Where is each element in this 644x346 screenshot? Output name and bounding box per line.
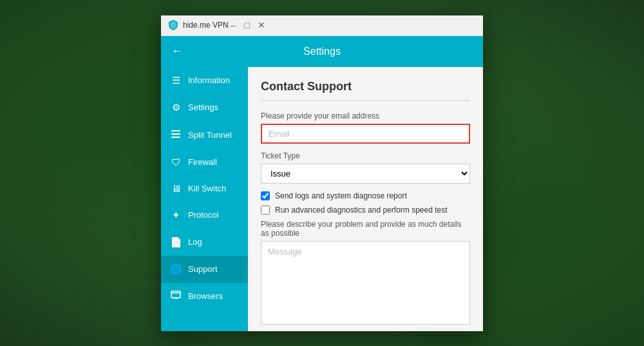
sidebar-item-label: Settings — [188, 102, 218, 112]
run-diagnostics-label: Run advanced diagnostics and perform spe… — [275, 206, 448, 215]
title-bar: hide.me VPN – □ ✕ — [161, 15, 483, 36]
page-title: Contact Support — [261, 80, 470, 101]
run-diagnostics-row: Run advanced diagnostics and perform spe… — [261, 206, 470, 215]
browsers-icon — [170, 291, 182, 302]
sidebar-item-label: Protocol — [188, 210, 219, 220]
app-title: hide.me VPN — [183, 21, 229, 30]
back-button[interactable]: ← — [171, 44, 183, 58]
send-logs-checkbox[interactable] — [261, 191, 270, 200]
support-icon: 🌐 — [170, 264, 182, 275]
sidebar-item-support[interactable]: 🌐 Support — [161, 256, 248, 283]
maximize-button[interactable]: □ — [243, 21, 252, 30]
sidebar-item-log[interactable]: 📄 Log — [161, 229, 248, 256]
sidebar-item-settings[interactable]: ⚙ Settings — [161, 94, 248, 121]
run-diagnostics-checkbox[interactable] — [261, 206, 270, 215]
app-body: ☰ Information ⚙ Settings Split Tunnel � — [161, 67, 483, 331]
sidebar: ☰ Information ⚙ Settings Split Tunnel � — [161, 67, 248, 331]
information-icon: ☰ — [170, 75, 182, 86]
send-logs-label: Send logs and system diagnose report — [275, 191, 407, 200]
svg-rect-2 — [171, 137, 180, 138]
sidebar-item-browsers[interactable]: Browsers — [161, 283, 248, 309]
sidebar-item-label: Split Tunnel — [188, 130, 232, 140]
sidebar-item-label: Firewall — [188, 157, 217, 167]
ticket-type-label: Ticket Type — [261, 151, 470, 160]
kill-switch-icon: 🖥 — [170, 183, 182, 194]
sidebar-item-kill-switch[interactable]: 🖥 Kill Switch — [161, 175, 248, 202]
title-bar-logo: hide.me VPN — [167, 19, 229, 31]
send-logs-row: Send logs and system diagnose report — [261, 191, 470, 200]
main-content: Contact Support Please provide your emai… — [248, 67, 483, 331]
title-bar-controls: – □ ✕ — [229, 21, 266, 30]
settings-icon: ⚙ — [170, 102, 182, 113]
minimize-button[interactable]: – — [229, 21, 238, 30]
message-textarea[interactable] — [261, 241, 470, 325]
sidebar-item-label: Kill Switch — [188, 184, 226, 193]
ticket-type-select[interactable]: Issue Question Feature Request — [261, 164, 470, 184]
sidebar-item-label: Log — [188, 237, 202, 247]
protocol-icon: ✦ — [170, 209, 182, 221]
email-input[interactable] — [261, 124, 470, 144]
header-title: Settings — [191, 46, 453, 57]
sidebar-item-information[interactable]: ☰ Information — [161, 67, 248, 94]
close-button[interactable]: ✕ — [257, 21, 266, 30]
sidebar-item-protocol[interactable]: ✦ Protocol — [161, 202, 248, 229]
svg-rect-1 — [171, 133, 180, 135]
split-tunnel-icon — [170, 129, 182, 141]
email-label: Please provide your email address — [261, 111, 470, 120]
svg-rect-4 — [171, 293, 180, 294]
svg-rect-0 — [171, 130, 180, 131]
app-window: hide.me VPN – □ ✕ ← Settings ☰ Informati… — [161, 15, 483, 331]
sidebar-item-label: Browsers — [188, 291, 223, 301]
logo-icon — [167, 19, 179, 31]
sidebar-item-label: Information — [188, 75, 230, 85]
firewall-icon: 🛡 — [170, 157, 182, 168]
sidebar-item-label: Support — [188, 264, 218, 274]
app-header: ← Settings — [161, 36, 483, 67]
sidebar-item-firewall[interactable]: 🛡 Firewall — [161, 149, 248, 175]
svg-rect-5 — [173, 298, 178, 299]
log-icon: 📄 — [170, 236, 182, 248]
message-label: Please describe your problem and provide… — [261, 220, 470, 238]
sidebar-item-split-tunnel[interactable]: Split Tunnel — [161, 121, 248, 149]
svg-rect-3 — [171, 291, 180, 298]
